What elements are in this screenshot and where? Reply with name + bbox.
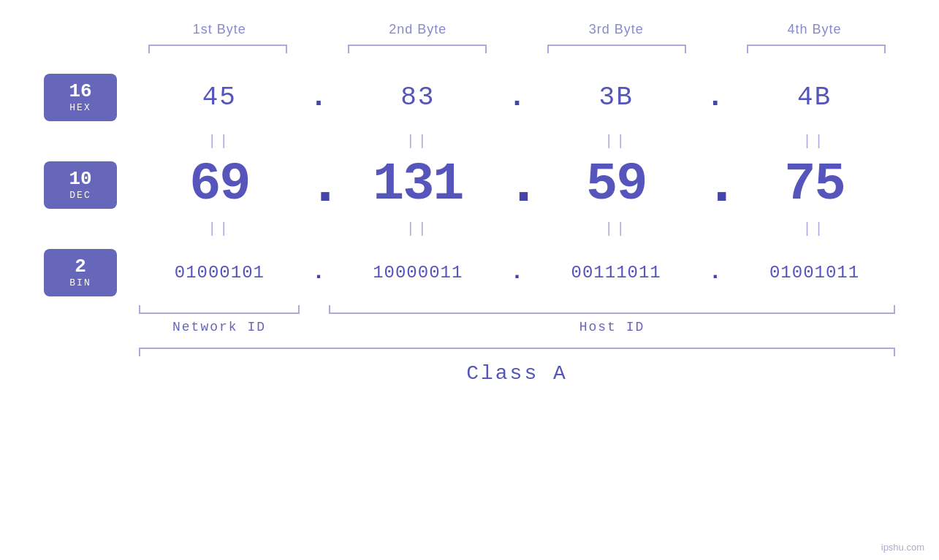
byte3-header: 3rd Byte <box>543 22 689 37</box>
hex-dot1: . <box>308 81 330 114</box>
dec-dot1: . <box>308 152 330 218</box>
hex-byte4: 4B <box>742 83 888 112</box>
watermark: ipshu.com <box>881 542 924 553</box>
host-bracket <box>329 305 895 314</box>
eq8: || <box>742 220 888 237</box>
hex-dot2: . <box>506 81 528 114</box>
dec-dot3: . <box>704 152 726 218</box>
bin-badge-label: BIN <box>69 277 91 288</box>
dec-dot2: . <box>506 152 528 218</box>
dec-byte1: 69 <box>146 155 292 215</box>
hex-dot3: . <box>704 81 726 114</box>
bin-dot1: . <box>308 260 330 285</box>
hex-values: 45 . 83 . 3B . 4B <box>139 81 895 114</box>
network-bracket <box>139 305 300 314</box>
bin-values: 01000101 . 10000011 . 00111011 . 0100101… <box>139 260 895 285</box>
byte2-header: 2nd Byte <box>345 22 491 37</box>
hex-byte3: 3B <box>543 83 689 112</box>
bin-badge-number: 2 <box>75 256 86 277</box>
equals-area-2: || || || || <box>139 220 895 237</box>
bin-byte2: 10000011 <box>345 263 491 283</box>
bottom-brackets-row <box>139 305 895 314</box>
byte4-header: 4th Byte <box>742 22 888 37</box>
bin-byte1: 01000101 <box>146 263 292 283</box>
byte1-header: 1st Byte <box>146 22 292 37</box>
class-label: Class A <box>139 362 895 385</box>
class-line-container: Class A <box>44 348 895 385</box>
eq1: || <box>146 133 292 150</box>
dec-byte4: 75 <box>742 155 888 215</box>
bin-dot3: . <box>704 260 726 285</box>
hex-row: 16 HEX 45 . 83 . 3B . 4B <box>44 68 895 126</box>
bracket3 <box>547 45 686 53</box>
equals-area-1: || || || || <box>139 133 895 150</box>
class-bracket-line <box>139 348 895 356</box>
bracket2 <box>348 45 487 53</box>
eq3: || <box>543 133 689 150</box>
byte-headers: 1st Byte 2nd Byte 3rd Byte 4th Byte <box>44 22 895 37</box>
eq7: || <box>543 220 689 237</box>
hex-badge-number: 16 <box>69 81 91 102</box>
dec-badge-number: 10 <box>69 169 91 190</box>
bracket-spacer1 <box>307 45 329 53</box>
eq4: || <box>742 133 888 150</box>
main-container: 1st Byte 2nd Byte 3rd Byte 4th Byte 16 H… <box>0 0 939 560</box>
header-spacer1 <box>308 22 330 37</box>
eq5: || <box>146 220 292 237</box>
dec-row: 10 DEC 69 . 131 . 59 . 75 <box>44 156 895 214</box>
host-id-label: Host ID <box>329 320 895 334</box>
dec-badge: 10 DEC <box>44 161 117 209</box>
equals-row-2: || || || || <box>44 214 895 243</box>
network-id-label: Network ID <box>139 320 300 334</box>
bracket-spacer2 <box>506 45 528 53</box>
hex-badge-label: HEX <box>69 102 91 113</box>
bottom-section: Network ID Host ID <box>44 305 895 334</box>
header-spacer3 <box>704 22 726 37</box>
bracket-spacer3 <box>705 45 727 53</box>
bracket1 <box>148 45 287 53</box>
eq2: || <box>345 133 491 150</box>
labels-row: Network ID Host ID <box>139 320 895 334</box>
hex-byte1: 45 <box>146 83 292 112</box>
top-brackets <box>44 45 895 53</box>
dec-byte3: 59 <box>543 155 689 215</box>
eq6: || <box>345 220 491 237</box>
dec-byte2: 131 <box>345 155 491 215</box>
bin-byte3: 00111011 <box>543 263 689 283</box>
hex-byte2: 83 <box>345 83 491 112</box>
dec-values: 69 . 131 . 59 . 75 <box>139 152 895 218</box>
bin-dot2: . <box>506 260 528 285</box>
bin-row: 2 BIN 01000101 . 10000011 . 00111011 . 0… <box>44 243 895 302</box>
bracket4 <box>747 45 886 53</box>
header-spacer2 <box>506 22 528 37</box>
hex-badge: 16 HEX <box>44 74 117 121</box>
bin-badge: 2 BIN <box>44 249 117 296</box>
bin-byte4: 01001011 <box>742 263 888 283</box>
dec-badge-label: DEC <box>69 190 91 201</box>
